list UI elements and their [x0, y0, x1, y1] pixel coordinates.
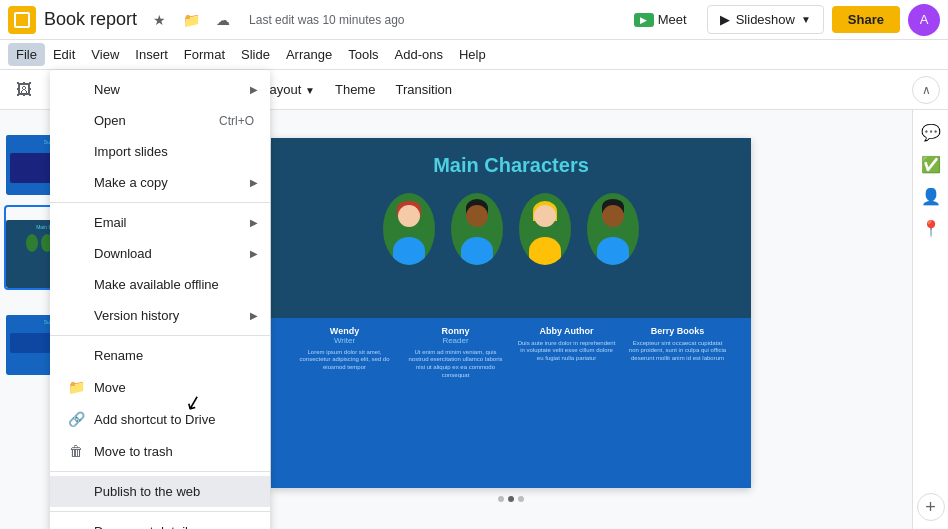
- open-label: Open: [94, 113, 126, 128]
- menu-import[interactable]: Import slides: [50, 136, 270, 167]
- shortcut-label: Add shortcut to Drive: [94, 412, 215, 427]
- move-label: Move: [94, 380, 126, 395]
- menu-open[interactable]: Open Ctrl+O: [50, 105, 270, 136]
- download-label: Download: [94, 246, 152, 261]
- copy-label: Make a copy: [94, 175, 168, 190]
- menu-rename[interactable]: Rename: [50, 340, 270, 371]
- menu-version[interactable]: Version history: [50, 300, 270, 331]
- menu-move[interactable]: 📁 Move: [50, 371, 270, 403]
- new-label: New: [94, 82, 120, 97]
- menu-shortcut[interactable]: 🔗 Add shortcut to Drive: [50, 403, 270, 435]
- move-icon: 📁: [66, 379, 86, 395]
- divider-3: [50, 471, 270, 472]
- import-label: Import slides: [94, 144, 168, 159]
- rename-label: Rename: [94, 348, 143, 363]
- menu-publish[interactable]: Publish to the web: [50, 476, 270, 507]
- menu-email[interactable]: Email: [50, 207, 270, 238]
- email-label: Email: [94, 215, 127, 230]
- menu-offline[interactable]: Make available offline: [50, 269, 270, 300]
- menu-new[interactable]: New: [50, 74, 270, 105]
- menu-trash[interactable]: 🗑 Move to trash: [50, 435, 270, 467]
- divider-4: [50, 511, 270, 512]
- divider-1: [50, 202, 270, 203]
- menu-copy[interactable]: Make a copy: [50, 167, 270, 198]
- shortcut-icon: 🔗: [66, 411, 86, 427]
- publish-label: Publish to the web: [94, 484, 200, 499]
- menu-download[interactable]: Download: [50, 238, 270, 269]
- open-shortcut: Ctrl+O: [219, 114, 254, 128]
- details-label: Document details: [94, 524, 194, 529]
- menu-details[interactable]: Document details: [50, 516, 270, 529]
- file-dropdown: New Open Ctrl+O Import slides Make a cop…: [50, 70, 270, 529]
- offline-label: Make available offline: [94, 277, 219, 292]
- divider-2: [50, 335, 270, 336]
- version-label: Version history: [94, 308, 179, 323]
- trash-label: Move to trash: [94, 444, 173, 459]
- trash-icon: 🗑: [66, 443, 86, 459]
